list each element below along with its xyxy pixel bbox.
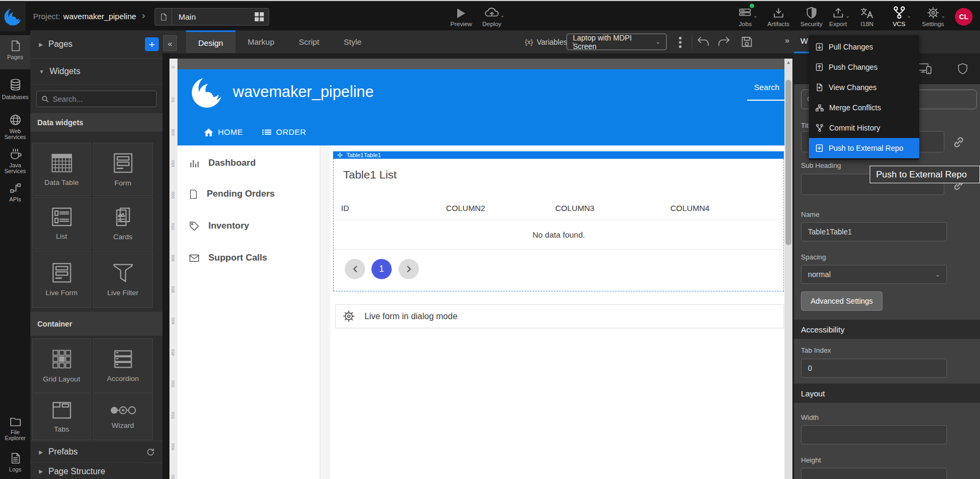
widget-search-input[interactable]	[53, 95, 143, 103]
vcs-button[interactable]: ⌄ VCS	[892, 5, 906, 27]
spacing-label: Spacing	[801, 253, 826, 261]
settings-button[interactable]: ⌄ Settings	[922, 5, 944, 27]
widget-tile-live-filter[interactable]: Live Filter	[93, 250, 153, 308]
widget-tile-form[interactable]: Form	[93, 143, 153, 196]
menu-item-merge-conflicts[interactable]: Merge Conflicts	[809, 98, 919, 118]
widget-tile-live-form[interactable]: Live Form	[32, 250, 91, 308]
widget-tile-accordion[interactable]: Accordion	[93, 338, 153, 393]
widget-tile-cards[interactable]: Cards	[93, 197, 153, 249]
menu-item-push-changes[interactable]: Push Changes	[809, 57, 919, 77]
menu-item-dashboard[interactable]: Dashboard	[189, 158, 256, 168]
project-name: Project: wavemaker_pipeline	[33, 1, 136, 31]
pagination-prev-button[interactable]	[345, 259, 365, 279]
column-header-id[interactable]: ID	[341, 204, 349, 213]
toolbar-divider	[692, 36, 692, 48]
rail-item-apis[interactable]: APIs	[0, 177, 30, 208]
menu-item-pull-changes[interactable]: Pull Changes	[809, 37, 919, 57]
jobs-button[interactable]: ⌄ Jobs	[739, 5, 752, 27]
shield-icon[interactable]	[957, 62, 968, 75]
menu-item-push-to-external-repo[interactable]: Push to External Repo	[809, 138, 919, 158]
page-grid-icon[interactable]	[255, 12, 264, 21]
live-form-widget[interactable]: Live form in dialog mode	[335, 304, 784, 328]
rail-item-web-services[interactable]: Web Services	[0, 109, 30, 143]
app-search-link[interactable]: Search	[754, 83, 780, 92]
menu-item-view-changes[interactable]: View Changes	[809, 77, 919, 98]
tab-style[interactable]: Style	[331, 30, 374, 53]
widgets-section-header[interactable]: ▼ Widgets	[30, 59, 163, 85]
advanced-settings-button[interactable]: Advanced Settings	[801, 291, 882, 311]
page-structure-section-header[interactable]: ▶ Page Structure	[30, 464, 163, 479]
widget-tile-grid-layout[interactable]: Grid Layout	[32, 338, 91, 393]
column-header-column3[interactable]: COLUMN3	[555, 204, 594, 213]
layout-section-header[interactable]: Layout	[794, 384, 980, 403]
tab-design[interactable]: Design	[186, 30, 236, 53]
table-widget[interactable]: Table1 List ID COLUMN2 COLUMN3 COLUMN4 N…	[333, 159, 784, 291]
menu-item-inventory[interactable]: Inventory	[189, 221, 249, 231]
title-bind-link-icon[interactable]	[952, 135, 966, 149]
logs-icon	[10, 452, 21, 465]
pagination-page-1-button[interactable]: 1	[371, 259, 392, 279]
expand-right-panel-button[interactable]: »	[785, 36, 789, 45]
merge-conflicts-icon	[815, 104, 824, 112]
spacing-chevron-icon: ⌄	[936, 272, 940, 278]
artifacts-button[interactable]: Artifacts	[767, 5, 790, 27]
spacing-select[interactable]: normal ⌄	[801, 265, 947, 284]
vcs-dropdown-menu: Pull Changes Push Changes View Changes M…	[809, 35, 919, 160]
rail-item-java-services[interactable]: Java Services	[0, 143, 30, 177]
save-button[interactable]	[740, 35, 754, 48]
widget-tile-list[interactable]: List	[32, 197, 91, 249]
nav-item-home[interactable]: HOME	[204, 118, 243, 145]
tab-markup[interactable]: Markup	[236, 30, 287, 53]
push-to-external-repo-icon	[815, 144, 823, 152]
add-page-button[interactable]: +	[145, 37, 159, 51]
tab-script[interactable]: Script	[287, 30, 331, 53]
pages-section-header[interactable]: ▶ Pages +	[30, 30, 163, 59]
rail-item-logs[interactable]: Logs	[0, 448, 30, 477]
wavemaker-logo[interactable]	[0, 2, 26, 31]
undo-button[interactable]	[696, 35, 710, 48]
selected-widget-tag[interactable]: Table1Table1	[333, 151, 784, 159]
height-input[interactable]	[801, 468, 947, 479]
width-input[interactable]	[801, 425, 947, 444]
device-selector[interactable]: Laptop with MDPI Screen ⌄	[566, 34, 667, 50]
rail-item-databases[interactable]: Databases	[0, 74, 30, 105]
widget-tile-data-table[interactable]: Data Table	[32, 143, 91, 196]
deploy-button[interactable]: ⌄ Deploy	[482, 5, 501, 27]
design-canvas-page[interactable]: wavemaker_pipeline Search HOME ORDER Das…	[177, 69, 784, 479]
app-header[interactable]: wavemaker_pipeline Search	[177, 69, 784, 118]
tab-index-input[interactable]	[801, 359, 947, 378]
rail-item-file-explorer[interactable]: File Explorer	[0, 411, 30, 446]
menu-item-commit-history[interactable]: Commit History	[809, 118, 919, 138]
nav-item-order[interactable]: ORDER	[262, 118, 306, 145]
pagination-next-button[interactable]	[399, 259, 419, 279]
name-input[interactable]	[801, 222, 947, 241]
more-options-button[interactable]	[676, 35, 684, 49]
user-avatar[interactable]: CL	[955, 8, 973, 26]
column-header-column4[interactable]: COLUMN4	[670, 204, 709, 213]
top-bar: Project: wavemaker_pipeline › Main Previ…	[0, 0, 980, 30]
collapse-panel-button[interactable]: «	[163, 35, 177, 51]
page-tab-main[interactable]: Main	[155, 8, 269, 26]
widget-search[interactable]	[36, 91, 157, 107]
rail-item-pages[interactable]: Pages	[0, 35, 30, 69]
canvas-scrollbar[interactable]: ▲	[784, 59, 792, 479]
prefabs-refresh-icon[interactable]	[146, 448, 155, 457]
menu-scroll-track[interactable]	[320, 145, 330, 479]
preview-button[interactable]: Preview	[450, 5, 472, 27]
prefabs-section-header[interactable]: ▶ Prefabs	[30, 441, 163, 463]
height-label: Height	[801, 456, 821, 464]
column-header-column2[interactable]: COLUMN2	[446, 204, 485, 213]
widget-tab-label[interactable]: W	[800, 36, 808, 45]
export-button[interactable]: ⌄ Export	[829, 5, 847, 27]
security-button[interactable]: Security	[800, 5, 823, 27]
menu-item-pending-orders[interactable]: Pending Orders	[189, 189, 275, 199]
scroll-up-arrow-icon[interactable]: ▲	[784, 60, 792, 65]
widget-tile-wizard[interactable]: Wizard	[93, 393, 153, 440]
i18n-button[interactable]: I18N	[860, 5, 874, 27]
menu-item-support-calls[interactable]: Support Calls	[189, 253, 268, 263]
devices-icon[interactable]	[917, 62, 932, 75]
scrollbar-thumb[interactable]	[785, 80, 791, 245]
redo-button[interactable]	[717, 35, 731, 48]
widget-tile-tabs[interactable]: Tabs	[32, 393, 91, 440]
accessibility-section-header[interactable]: Accessibility	[794, 320, 980, 339]
